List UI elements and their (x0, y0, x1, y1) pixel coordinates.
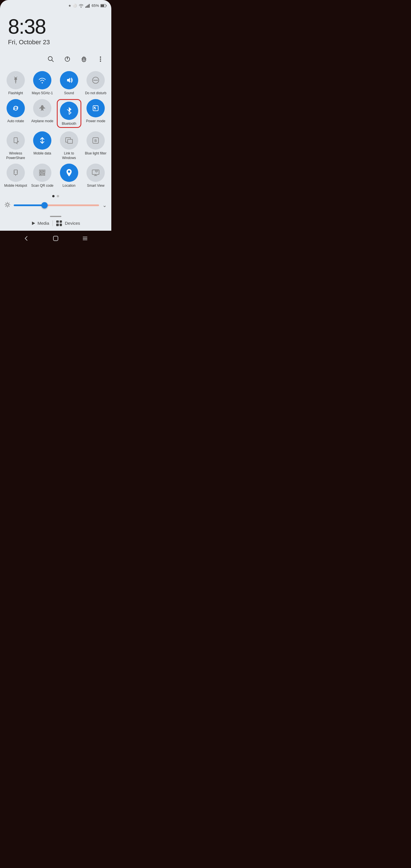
back-button[interactable] (23, 235, 29, 243)
dnd-label: Do not disturb (85, 91, 106, 96)
qs-sound[interactable]: Sound (57, 71, 81, 96)
flashlight-icon-circle (6, 71, 25, 89)
qs-link-windows[interactable]: Link to Windows (57, 131, 81, 160)
svg-line-51 (8, 206, 9, 207)
page-dot-1[interactable] (52, 195, 55, 197)
qs-flashlight[interactable]: Flashlight (3, 71, 28, 96)
autorotate-label: Auto rotate (7, 119, 24, 124)
qs-qrcode[interactable]: Scan QR code (30, 164, 55, 188)
page-dot-2[interactable] (57, 195, 59, 197)
svg-line-9 (52, 60, 53, 62)
devices-label: Devices (65, 221, 80, 225)
powermode-label: Power mode (86, 119, 105, 124)
clock-area: 8:38 Fri, October 23 (0, 8, 111, 52)
qs-smartview[interactable]: Smart View (84, 164, 108, 188)
qs-wifi[interactable]: Mayo 5GHz-1 (30, 71, 55, 96)
autorotate-circle (6, 99, 25, 117)
search-button[interactable] (46, 54, 56, 64)
airplane-label: Airplane mode (31, 119, 53, 124)
flashlight-label: Flashlight (8, 91, 23, 96)
status-bar: ★ ⚪ + 65% (0, 0, 111, 8)
svg-point-12 (83, 58, 85, 60)
qrcode-label: Scan QR code (31, 184, 53, 188)
svg-point-45 (6, 204, 8, 206)
qs-hotspot[interactable]: Mobile Hotspot (3, 164, 28, 188)
svg-line-53 (6, 206, 6, 207)
svg-point-40 (68, 170, 70, 173)
qs-bluetooth[interactable]: Bluetooth (57, 99, 81, 128)
bluetooth-icon: ★ (68, 4, 71, 8)
svg-rect-22 (14, 137, 18, 143)
qs-bluelight[interactable]: B Blue light filter (84, 131, 108, 160)
svg-rect-2 (87, 6, 87, 8)
link-windows-label: Link to Windows (57, 151, 81, 160)
svg-point-14 (100, 59, 101, 60)
settings-button[interactable] (79, 54, 89, 64)
svg-line-52 (8, 203, 9, 203)
quick-settings-grid: Flashlight Mayo 5GHz-1 Sound (0, 69, 111, 190)
link-windows-circle (60, 131, 78, 150)
devices-button[interactable]: Devices (56, 220, 80, 226)
mobiledata-circle (33, 131, 51, 150)
wifi-circle (33, 71, 51, 89)
wifi-label: Mayo 5GHz-1 (32, 91, 53, 96)
brightness-row: ⌄ (0, 201, 111, 214)
power-button[interactable] (62, 54, 72, 64)
airplane-circle (33, 99, 51, 117)
powermode-circle (87, 99, 105, 117)
svg-text:B: B (94, 139, 97, 143)
qs-airplane[interactable]: Airplane mode (30, 99, 55, 128)
smartview-circle (87, 164, 105, 182)
battery-percentage: 65% (92, 3, 99, 8)
svg-rect-35 (40, 174, 41, 175)
qs-powermode[interactable]: Power mode (84, 99, 108, 128)
svg-rect-31 (40, 170, 41, 172)
mobiledata-label: Mobile data (33, 151, 51, 156)
svg-rect-6 (106, 5, 107, 6)
media-divider (53, 220, 53, 226)
qs-mobiledata[interactable]: Mobile data (30, 131, 55, 160)
svg-rect-39 (44, 175, 45, 176)
qs-location[interactable]: Location (57, 164, 81, 188)
expand-brightness-button[interactable]: ⌄ (102, 202, 107, 209)
svg-rect-26 (68, 140, 72, 143)
brightness-icon (5, 202, 10, 209)
svg-point-15 (100, 61, 101, 62)
bluelight-circle: B (87, 131, 105, 150)
svg-rect-29 (14, 170, 18, 175)
home-button[interactable] (53, 235, 59, 243)
clock-date: Fri, October 23 (8, 38, 103, 46)
pagination (0, 190, 111, 201)
brightness-slider[interactable] (14, 205, 99, 206)
qs-dnd[interactable]: Do not disturb (84, 71, 108, 96)
qs-wireless-powershare[interactable]: Wireless PowerShare (3, 131, 28, 160)
signal-icon (85, 4, 90, 8)
smartview-label: Smart View (87, 184, 104, 188)
recents-button[interactable] (82, 235, 88, 243)
devices-icon (56, 220, 62, 226)
bluetooth-circle (60, 102, 78, 120)
battery-icon (100, 4, 107, 7)
handle-line (50, 216, 61, 217)
qs-autorotate[interactable]: Auto rotate (3, 99, 28, 128)
svg-rect-7 (101, 5, 104, 7)
bluetooth-label: Bluetooth (62, 122, 76, 126)
action-bar (0, 52, 111, 69)
more-button[interactable] (95, 54, 105, 64)
svg-rect-1 (85, 6, 86, 8)
sound-label: Sound (64, 91, 74, 96)
media-label: Media (37, 221, 49, 225)
svg-rect-36 (42, 173, 44, 174)
location-circle (60, 164, 78, 182)
wireless-powershare-circle (6, 131, 25, 150)
svg-point-13 (100, 57, 101, 58)
wireless-powershare-label: Wireless PowerShare (3, 151, 28, 160)
svg-rect-54 (53, 236, 58, 241)
blocked-icon: ⚪ (73, 4, 77, 8)
clock-time: 8:38 (8, 16, 103, 37)
svg-rect-37 (44, 173, 45, 174)
media-button[interactable]: Media (31, 221, 49, 225)
svg-text:+: + (82, 4, 83, 6)
wifi-icon: + (78, 4, 84, 8)
location-label: Location (63, 184, 75, 188)
